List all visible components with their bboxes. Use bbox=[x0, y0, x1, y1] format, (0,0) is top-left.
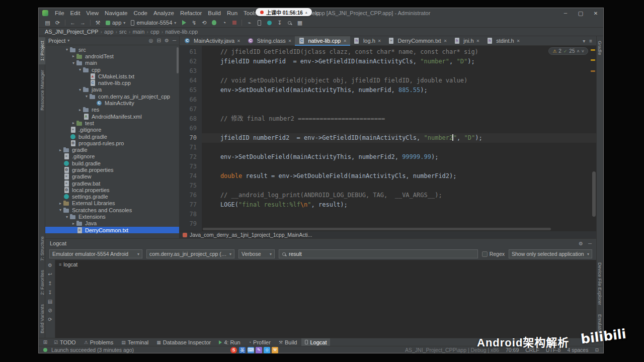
close-tab-icon[interactable]: ✕ bbox=[444, 39, 447, 43]
tab-jni-h[interactable]: hjni.h✕ bbox=[450, 36, 483, 45]
tree-item-gitignore[interactable]: ≡.gitignore bbox=[45, 127, 179, 133]
run-config-selector[interactable]: app bbox=[103, 19, 128, 27]
chevron-expanded-icon[interactable]: ▾ bbox=[64, 215, 70, 219]
menu-analyze[interactable]: Analyze bbox=[150, 10, 177, 16]
tab-log-h[interactable]: hlog.h✕ bbox=[350, 36, 385, 45]
status-message[interactable]: Launch succeeded (3 minutes ago) bbox=[51, 347, 134, 353]
regex-checkbox[interactable]: Regex bbox=[482, 251, 505, 257]
pen-icon[interactable]: ✎ bbox=[256, 347, 262, 353]
tool-button-database-inspector[interactable]: ▦Database Inspector bbox=[153, 338, 214, 346]
tool-button-profiler[interactable]: ◔Profiler bbox=[245, 338, 274, 346]
hide-icon[interactable]: ─ bbox=[173, 38, 176, 43]
apply-code-changes-icon[interactable]: ⟲ bbox=[199, 19, 209, 27]
tool-button-4-run[interactable]: 4: Run bbox=[215, 338, 244, 346]
tree-item-cpp[interactable]: ▾cpp bbox=[45, 66, 179, 73]
tree-item-proguard-rules-pro[interactable]: ⚙proguard-rules.pro bbox=[45, 140, 179, 146]
logcat-console[interactable]: ≡ logcat bbox=[55, 260, 596, 338]
debug-icon[interactable] bbox=[209, 19, 219, 27]
breadcrumb-app[interactable]: app bbox=[103, 29, 114, 35]
smiley-icon[interactable]: ☺ bbox=[264, 347, 270, 353]
chevron-collapsed-icon[interactable]: ▸ bbox=[70, 54, 76, 58]
menu-build[interactable]: Build bbox=[205, 10, 224, 16]
next-issue-icon[interactable]: ˅ bbox=[582, 49, 584, 54]
current-function-breadcrumb[interactable]: Java_com_derry_as_1jni_1project_1cpp_Mai… bbox=[190, 232, 312, 238]
chevron-expanded-icon[interactable]: ▾ bbox=[77, 67, 83, 72]
stripe-button-resource-manager[interactable]: Resource Manager bbox=[39, 66, 45, 114]
settings-icon[interactable]: ⚙ bbox=[165, 38, 169, 43]
chevron-collapsed-icon[interactable]: ▸ bbox=[57, 201, 63, 206]
breadcrumb-src[interactable]: src bbox=[118, 29, 128, 35]
menu-icon[interactable]: ≡ bbox=[589, 38, 592, 44]
scroll-to-top-icon[interactable]: ↥ bbox=[48, 281, 52, 286]
stripe-button-gradle[interactable]: Gradle bbox=[597, 37, 603, 59]
sogou-icon[interactable]: S bbox=[230, 347, 237, 353]
inspections-widget[interactable]: ⚠ 2 ✓ 25 ˄ ˅ bbox=[548, 47, 588, 55]
tree-item-settings-gradle[interactable]: settings.gradle bbox=[45, 194, 179, 200]
recording-overlay[interactable]: 上课中 01:56:16 ▴ bbox=[256, 8, 312, 16]
menu-navigate[interactable]: Navigate bbox=[102, 10, 130, 16]
tree-item-gradle-properties[interactable]: ⚙gradle.properties bbox=[45, 166, 179, 173]
tree-item-java[interactable]: ▾java bbox=[45, 86, 179, 93]
tree-item-extensions[interactable]: ▾Extensions bbox=[45, 213, 179, 220]
tree-item-com-derry-as-jni-project-cpp[interactable]: ▾com.derry.as_jni_project_cpp bbox=[45, 93, 179, 100]
log-level-selector[interactable]: Verbose bbox=[238, 249, 275, 258]
tool-button-terminal[interactable]: ▤Terminal bbox=[118, 338, 152, 346]
sdk-manager-icon[interactable]: ↧ bbox=[275, 19, 284, 27]
scroll-to-end-icon[interactable]: ↧ bbox=[48, 290, 52, 295]
tree-item-gradlew-bat[interactable]: ≡gradlew.bat bbox=[45, 180, 179, 187]
tab-derrycommon-txt[interactable]: ≡DerryCommon.txt✕ bbox=[384, 36, 450, 45]
device-manager-icon[interactable] bbox=[255, 19, 264, 27]
tab-stdint-h[interactable]: hstdint.h✕ bbox=[483, 36, 523, 45]
lock-icon[interactable]: ⊡ bbox=[595, 347, 599, 352]
chevron-collapsed-icon[interactable]: ▸ bbox=[70, 121, 76, 125]
tree-item-androidmanifest-xml[interactable]: AAndroidManifest.xml bbox=[45, 113, 179, 120]
tree-item-build-gradle[interactable]: build.gradle bbox=[45, 133, 179, 140]
tool-button-todo[interactable]: ☑TODO bbox=[50, 338, 79, 346]
tab-mainactivity-java[interactable]: CMainActivity.java✕ bbox=[181, 36, 244, 45]
stripe-button-1-project[interactable]: 1: Project bbox=[39, 37, 45, 64]
clear-icon[interactable]: ⊘ bbox=[48, 308, 52, 313]
close-tab-icon[interactable]: ✕ bbox=[288, 39, 292, 43]
logcat-search-input[interactable]: result bbox=[279, 249, 478, 258]
tree-item-native-lib-cpp[interactable]: Cnative-lib.cpp bbox=[45, 79, 179, 86]
menu-file[interactable]: File bbox=[52, 10, 67, 16]
tree-item-cmakelists-txt[interactable]: ▲CMakeLists.txt bbox=[45, 73, 179, 79]
tree-item-local-properties[interactable]: ⚙local.properties bbox=[45, 187, 179, 193]
tree-item-main[interactable]: ▾main bbox=[45, 60, 179, 66]
tree-item-mainactivity[interactable]: CMainActivity bbox=[45, 100, 179, 106]
tree-item-java[interactable]: ▸Java bbox=[45, 220, 179, 227]
restart-icon[interactable]: ⟳ bbox=[48, 317, 52, 322]
editor-horizontal-scrollbar[interactable] bbox=[203, 228, 551, 230]
stripe-button-7-structure[interactable]: 7: Structure bbox=[39, 233, 45, 264]
close-tab-icon[interactable]: ✕ bbox=[517, 39, 520, 43]
prev-issue-icon[interactable]: ˄ bbox=[577, 49, 579, 54]
chevron-expanded-icon[interactable]: ▾ bbox=[57, 208, 63, 212]
tree-item-scratches-and-consoles[interactable]: ▾Scratches and Consoles bbox=[45, 207, 179, 213]
layout-inspector-icon[interactable]: ▦ bbox=[295, 19, 304, 27]
project-view-selector[interactable]: Project bbox=[48, 38, 65, 44]
tree-item-derrycommon-txt[interactable]: ≡DerryCommon.txt bbox=[45, 227, 179, 233]
gradle-sync-icon[interactable] bbox=[265, 19, 274, 27]
checkbox-icon[interactable] bbox=[482, 251, 488, 257]
sync-icon[interactable]: ⟳ bbox=[53, 19, 62, 27]
chevron-collapsed-icon[interactable]: ▸ bbox=[57, 148, 63, 152]
process-selector[interactable]: com.derry.as_jni_project_cpp (4961) bbox=[146, 249, 234, 258]
stripe-button-build-variants[interactable]: Build Variants bbox=[39, 301, 45, 337]
tree-item-gradle[interactable]: ▸gradle bbox=[45, 146, 179, 153]
settings-icon[interactable]: ⚙ bbox=[48, 262, 52, 268]
tool-button-build[interactable]: ⚒Build bbox=[275, 338, 301, 346]
select-opened-file-icon[interactable]: ◎ bbox=[149, 38, 153, 43]
project-tree-scrollbar[interactable] bbox=[177, 47, 179, 73]
minimize-button[interactable] bbox=[558, 8, 573, 18]
hammer-icon[interactable]: ⚒ bbox=[93, 19, 103, 27]
close-tab-icon[interactable]: ✕ bbox=[343, 39, 347, 43]
menu-edit[interactable]: Edit bbox=[67, 10, 84, 16]
code-editor[interactable]: 61626364656667686970717273747576777879 /… bbox=[180, 46, 596, 231]
chevron-expanded-icon[interactable]: ▾ bbox=[84, 94, 90, 99]
code-area[interactable]: // jfieldID GetFieldID(jclass clazz, con… bbox=[202, 46, 596, 231]
keyboard-icon[interactable]: ⌨ bbox=[248, 347, 254, 353]
tab-native-lib-cpp[interactable]: Cnative-lib.cpp✕ bbox=[295, 36, 350, 45]
tab-string-class[interactable]: CString.class✕ bbox=[244, 36, 295, 45]
target-device-selector[interactable]: emulator-5554 bbox=[128, 19, 179, 27]
indent-setting[interactable]: 4 spaces bbox=[567, 347, 588, 353]
